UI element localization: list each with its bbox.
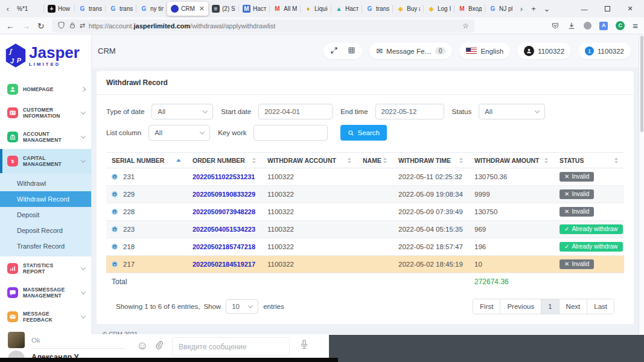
bookmark-star-icon[interactable]: ☆: [462, 22, 469, 30]
expand-row-icon[interactable]: +: [112, 174, 118, 180]
scrollbar-thumb[interactable]: [640, 36, 643, 132]
page-size-select[interactable]: 10: [226, 299, 258, 314]
message-input[interactable]: [172, 337, 290, 356]
order-number-link[interactable]: 20220509190833229: [193, 191, 255, 198]
browser-tab-crm[interactable]: CRM✕: [167, 2, 208, 16]
minimize-button[interactable]: —: [573, 5, 596, 13]
account-pill[interactable]: 1100322: [517, 43, 571, 59]
grid-icon[interactable]: [348, 46, 355, 56]
order-number-link[interactable]: 20220502185747218: [193, 243, 255, 250]
sidebar-item-massmessage-management[interactable]: MASSMESSAGE MANAGEMENT: [0, 281, 91, 305]
browser-tab-nj-ph[interactable]: GNJ ph: [485, 2, 516, 16]
start-date-input[interactable]: [258, 104, 333, 119]
type-of-date-select[interactable]: All: [151, 104, 213, 119]
pagination-previous[interactable]: Previous: [500, 299, 541, 314]
menu-icon[interactable]: ≡: [633, 21, 638, 30]
sidebar-item-account-management[interactable]: ACCOUNT MANAGEMENT: [0, 125, 91, 149]
browser-tab-how-t[interactable]: +How t: [44, 2, 75, 16]
browser-tab-all-ma[interactable]: MAll Ma: [270, 2, 301, 16]
expand-row-icon[interactable]: +: [112, 261, 118, 267]
pagination-next[interactable]: Next: [559, 299, 587, 314]
sidebar-item-homepage[interactable]: HOMEPAGE: [0, 78, 91, 101]
close-button[interactable]: ✕: [619, 5, 642, 13]
translate-icon[interactable]: A: [599, 22, 608, 30]
microphone-icon[interactable]: [299, 339, 309, 352]
app-logo[interactable]: ʃ J P Jasper LIMITED: [0, 34, 91, 78]
sidebar-subitem-deposit[interactable]: Deposit: [0, 207, 91, 223]
browser-tab-transl[interactable]: Gtransl: [75, 2, 106, 16]
pagination-1[interactable]: 1: [541, 299, 558, 314]
cell-withdraw-time: 2022-05-09 19:08:34: [393, 191, 469, 198]
maximize-button[interactable]: [596, 5, 619, 13]
message-feedback-pill[interactable]: ✉ Message Fe… 0: [369, 43, 452, 59]
status-select[interactable]: All: [479, 104, 545, 119]
tab-scroll-left-icon[interactable]: ‹: [2, 4, 13, 13]
search-button[interactable]: Search: [340, 125, 386, 141]
browser-tab-входя[interactable]: MВходя: [454, 2, 485, 16]
browser-tab-настр[interactable]: ▲Настр: [331, 2, 362, 16]
tab-close-icon[interactable]: ✕: [199, 5, 205, 13]
sidebar-subitem-deposit-record[interactable]: Deposit Record: [0, 223, 91, 238]
browser-tab-buy-a[interactable]: ◆Buy a: [393, 2, 424, 16]
sidebar-subitem-withdrawl[interactable]: Withdrawl: [0, 176, 91, 191]
pagination-last[interactable]: Last: [587, 299, 614, 314]
forward-icon[interactable]: →: [22, 22, 30, 30]
end-time-input[interactable]: [375, 104, 444, 119]
showing-entries-text: Showing 1 to 6 of 6 entries,: [116, 303, 200, 310]
sidebar-subitem-transfer-record[interactable]: Transfer Record: [0, 238, 91, 254]
url-bar[interactable]: ⇄ https://account.jasperlimited.com/with…: [52, 19, 474, 33]
browser-tab-log-in[interactable]: ◆Log In: [424, 2, 454, 16]
extension-icon[interactable]: [584, 22, 591, 30]
tab-list-dropdown-icon[interactable]: ⌄: [540, 4, 553, 13]
view-tools-pill[interactable]: [324, 43, 362, 59]
column-header-status[interactable]: STATUS: [554, 157, 624, 164]
reload-icon[interactable]: ↻: [37, 22, 45, 30]
fullscreen-icon[interactable]: [330, 46, 338, 56]
key-work-input[interactable]: [253, 125, 328, 141]
attach-icon[interactable]: [155, 340, 164, 352]
session-pill[interactable]: 1 1100322: [578, 43, 631, 59]
account-extension-icon[interactable]: C: [616, 21, 625, 30]
pagination-first[interactable]: First: [473, 299, 500, 314]
browser-tab-настр[interactable]: МНастр: [239, 2, 270, 16]
expand-row-icon[interactable]: +: [112, 191, 118, 197]
language-selector[interactable]: English: [459, 43, 510, 59]
downloads-icon[interactable]: [567, 22, 576, 30]
sidebar-item-customer-information[interactable]: CUSTOMER INFORMATION: [0, 101, 91, 125]
column-header-order-number[interactable]: ORDER NUMBER: [187, 157, 262, 164]
expand-row-icon[interactable]: +: [112, 244, 118, 250]
column-header-withdraw-account[interactable]: WITHDRAW ACCOUNT: [262, 157, 357, 164]
browser-tab-transl[interactable]: Gtransl: [106, 2, 136, 16]
new-tab-button[interactable]: +: [527, 4, 540, 13]
column-header-withdraw-time[interactable]: WITHDRAW TIME: [393, 157, 469, 164]
sidebar-subitem-withdrawl-record[interactable]: Withdrawl Record: [0, 191, 91, 207]
browser-tab-2-sta[interactable]: ≡(2) Sta: [208, 2, 239, 16]
order-number-link[interactable]: 20220504051534223: [193, 226, 255, 233]
list-column-select[interactable]: All: [148, 125, 210, 141]
sidebar-item-capital-management[interactable]: $CAPITAL MANAGEMENT: [0, 149, 91, 173]
emoji-icon[interactable]: ☺: [136, 340, 148, 351]
permissions-icon[interactable]: ⇄: [80, 22, 85, 30]
browser-tab-ny-tim[interactable]: Gny tim: [136, 2, 167, 16]
browser-tab-transl[interactable]: Gtransl: [362, 2, 393, 16]
column-header-name[interactable]: NAME: [357, 157, 393, 164]
column-header-serial-number[interactable]: SERIAL NUMBER: [106, 157, 187, 164]
order-number-link[interactable]: 20220502184519217: [193, 261, 255, 268]
cell-withdraw-amount: 969: [469, 226, 554, 233]
chat-photo-thumbnail[interactable]: [8, 332, 25, 348]
expand-row-icon[interactable]: +: [112, 209, 118, 215]
back-icon[interactable]: ←: [6, 22, 14, 30]
shield-icon[interactable]: [57, 21, 65, 30]
browser-tab-liquid[interactable]: ♦Liquid: [301, 2, 331, 16]
lock-icon[interactable]: [69, 22, 76, 30]
page-scrollbar[interactable]: [639, 34, 644, 334]
tab-scroll-right-icon[interactable]: ›: [516, 4, 527, 13]
browser-tab-1[interactable]: %*1: [13, 2, 44, 16]
expand-row-icon[interactable]: +: [112, 226, 118, 232]
column-header-withdraw-amount[interactable]: WITHDRAW AMOUNT: [469, 157, 554, 164]
sidebar-item-statistics-report[interactable]: STATISTICS REPORT: [0, 256, 91, 281]
sidebar-item-message-feedback[interactable]: MESSAGE FEEDBACK: [0, 305, 91, 329]
order-number-link[interactable]: 20220511022531231: [193, 173, 255, 180]
order-number-link[interactable]: 20220509073948228: [193, 208, 255, 215]
pocket-icon[interactable]: [551, 22, 560, 30]
